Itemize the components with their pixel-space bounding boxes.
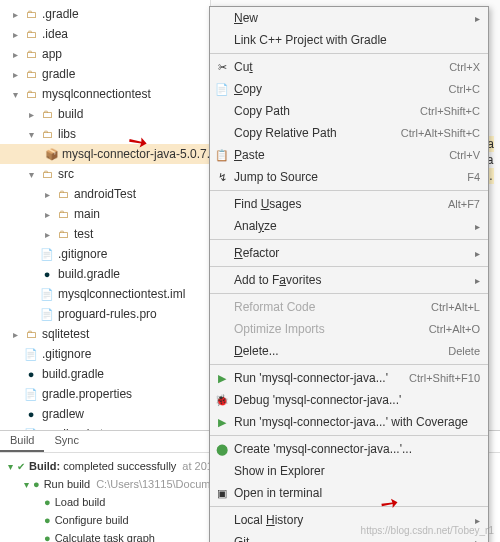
menu-item[interactable]: Add to Favorites▸	[210, 269, 488, 291]
menu-item[interactable]: 📄CopyCtrl+C	[210, 78, 488, 100]
menu-label: Paste	[234, 148, 449, 162]
folder-icon: 🗀	[23, 86, 39, 102]
shortcut: Ctrl+Alt+Shift+C	[401, 127, 480, 139]
menu-icon: ✂	[214, 61, 230, 74]
tree-item[interactable]: 📄.gitignore	[0, 244, 210, 264]
tree-item[interactable]: ●build.gradle	[0, 364, 210, 384]
twisty-icon[interactable]: ▾	[26, 169, 36, 180]
folder-icon: 🗀	[23, 66, 39, 82]
tree-item[interactable]: 📦mysql-connector-java-5.0.7.jar	[0, 144, 210, 164]
success-icon: ✔	[17, 461, 25, 472]
twisty-icon[interactable]: ▾	[26, 129, 36, 140]
tree-item[interactable]: 📄mysqlconnectiontest.iml	[0, 284, 210, 304]
menu-label: Run 'mysql-connector-java...'	[234, 371, 409, 385]
menu-icon: ⬤	[214, 443, 230, 456]
menu-item[interactable]: ✂CutCtrl+X	[210, 56, 488, 78]
menu-label: Reformat Code	[234, 300, 431, 314]
tree-item[interactable]: 📄.gitignore	[0, 344, 210, 364]
folder-icon: 🗀	[23, 26, 39, 42]
menu-label: Link C++ Project with Gradle	[234, 33, 480, 47]
menu-item[interactable]: Delete...Delete	[210, 340, 488, 362]
shortcut: Ctrl+Shift+F10	[409, 372, 480, 384]
tree-item[interactable]: ▸🗀build	[0, 104, 210, 124]
tree-item[interactable]: ▸🗀main	[0, 204, 210, 224]
twisty-icon[interactable]: ▸	[10, 329, 20, 340]
twisty-icon[interactable]: ▸	[10, 9, 20, 20]
file-icon: 📄	[23, 386, 39, 402]
twisty-icon[interactable]: ▸	[42, 189, 52, 200]
tree-label: .idea	[42, 27, 68, 41]
menu-label: Analyze	[234, 219, 471, 233]
tree-item[interactable]: 📄proguard-rules.pro	[0, 304, 210, 324]
tree-item[interactable]: ▾🗀libs	[0, 124, 210, 144]
submenu-icon: ▸	[475, 275, 480, 286]
menu-label: New	[234, 11, 471, 25]
expand-icon[interactable]: ▾	[8, 461, 13, 472]
menu-icon: 🐞	[214, 394, 230, 407]
tree-item[interactable]: ▸🗀.idea	[0, 24, 210, 44]
context-menu[interactable]: New▸Link C++ Project with Gradle✂CutCtrl…	[209, 6, 489, 542]
menu-label: Cut	[234, 60, 449, 74]
menu-item[interactable]: ▶Run 'mysql-connector-java...' with Cove…	[210, 411, 488, 433]
success-icon: ●	[44, 532, 51, 542]
menu-item[interactable]: ▶Run 'mysql-connector-java...'Ctrl+Shift…	[210, 367, 488, 389]
tab-build[interactable]: Build	[0, 431, 44, 452]
tree-item[interactable]: ▸🗀.gradle	[0, 4, 210, 24]
menu-item[interactable]: Refactor▸	[210, 242, 488, 264]
twisty-icon[interactable]: ▸	[42, 209, 52, 220]
menu-item[interactable]: Find UsagesAlt+F7	[210, 193, 488, 215]
folder-icon: 🗀	[55, 226, 71, 242]
tree-item[interactable]: ▸🗀gradle	[0, 64, 210, 84]
menu-item[interactable]: Copy PathCtrl+Shift+C	[210, 100, 488, 122]
folder-icon: 🗀	[55, 206, 71, 222]
twisty-icon[interactable]: ▾	[24, 479, 29, 490]
menu-item[interactable]: Show in Explorer	[210, 460, 488, 482]
tab-sync[interactable]: Sync	[44, 431, 88, 452]
menu-icon: 📄	[214, 83, 230, 96]
menu-item[interactable]: 🐞Debug 'mysql-connector-java...'	[210, 389, 488, 411]
menu-item[interactable]: Copy Relative PathCtrl+Alt+Shift+C	[210, 122, 488, 144]
twisty-icon[interactable]: ▸	[42, 229, 52, 240]
menu-separator	[210, 293, 488, 294]
menu-item[interactable]: ⬤Create 'mysql-connector-java...'...	[210, 438, 488, 460]
menu-label: Refactor	[234, 246, 471, 260]
menu-item[interactable]: Analyze▸	[210, 215, 488, 237]
twisty-icon[interactable]: ▸	[10, 29, 20, 40]
file-icon: 📄	[39, 286, 55, 302]
tree-item[interactable]: ▸🗀androidTest	[0, 184, 210, 204]
menu-item[interactable]: 📋PasteCtrl+V	[210, 144, 488, 166]
tree-item[interactable]: ▸🗀app	[0, 44, 210, 64]
menu-separator	[210, 266, 488, 267]
folder-icon: 🗀	[23, 46, 39, 62]
menu-item[interactable]: ▣Open in terminal	[210, 482, 488, 504]
menu-item[interactable]: ↯Jump to SourceF4	[210, 166, 488, 188]
menu-label: Optimize Imports	[234, 322, 429, 336]
menu-label: Show in Explorer	[234, 464, 480, 478]
tree-item[interactable]: ●gradlew	[0, 404, 210, 424]
menu-item[interactable]: Link C++ Project with Gradle	[210, 29, 488, 51]
tree-item[interactable]: ▸🗀test	[0, 224, 210, 244]
tree-label: build.gradle	[58, 267, 120, 281]
gradle-icon: ●	[23, 366, 39, 382]
tree-label: androidTest	[74, 187, 136, 201]
shortcut: Ctrl+X	[449, 61, 480, 73]
tree-item[interactable]: ▾🗀src	[0, 164, 210, 184]
twisty-icon[interactable]: ▸	[26, 109, 36, 120]
project-tree[interactable]: ▸🗀.gradle▸🗀.idea▸🗀app▸🗀gradle▾🗀mysqlconn…	[0, 0, 210, 430]
menu-label: Git	[234, 535, 471, 542]
shortcut: Ctrl+Alt+O	[429, 323, 480, 335]
tree-item[interactable]: ▾🗀mysqlconnectiontest	[0, 84, 210, 104]
menu-item[interactable]: New▸	[210, 7, 488, 29]
submenu-icon: ▸	[475, 221, 480, 232]
tree-item[interactable]: ●build.gradle	[0, 264, 210, 284]
twisty-icon[interactable]: ▾	[10, 89, 20, 100]
success-icon: ●	[44, 514, 51, 526]
menu-icon: ▣	[214, 487, 230, 500]
tree-item[interactable]: 📄gradle.properties	[0, 384, 210, 404]
menu-label: Jump to Source	[234, 170, 467, 184]
twisty-icon[interactable]: ▸	[10, 49, 20, 60]
menu-separator	[210, 506, 488, 507]
twisty-icon[interactable]: ▸	[10, 69, 20, 80]
tree-label: build.gradle	[42, 367, 104, 381]
tree-item[interactable]: ▸🗀sqlitetest	[0, 324, 210, 344]
